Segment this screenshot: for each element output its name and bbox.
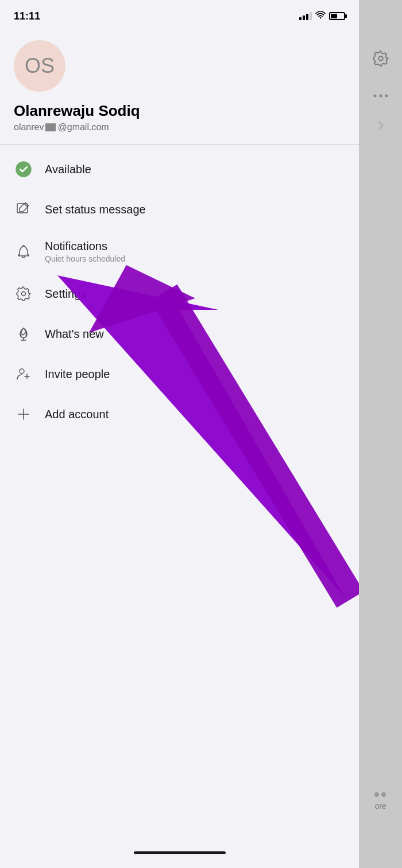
- svg-point-15: [373, 95, 376, 98]
- home-indicator: [134, 851, 226, 854]
- menu-item-settings[interactable]: Settings: [0, 274, 359, 314]
- status-time: 11:11: [14, 10, 40, 22]
- right-panel-dots[interactable]: [372, 88, 389, 102]
- profile-name: Olanrewaju Sodiq: [14, 102, 345, 120]
- menu-label-available: Available: [45, 163, 345, 176]
- menu-text-notifications: Notifications Quiet hours scheduled: [45, 240, 345, 263]
- menu-label-invite-people: Invite people: [45, 368, 345, 381]
- svg-point-1: [16, 162, 31, 177]
- menu-text-settings: Settings: [45, 287, 345, 301]
- right-panel: ore: [359, 0, 402, 868]
- whats-new-icon: [14, 324, 33, 344]
- add-account-icon: [14, 404, 33, 424]
- email-prefix: olanrev: [14, 122, 44, 133]
- status-icons: [299, 11, 345, 21]
- battery-icon: [329, 12, 345, 20]
- menu-text-invite-people: Invite people: [45, 368, 345, 381]
- right-panel-chevron-icon: [376, 119, 385, 136]
- menu-text-available: Available: [45, 163, 345, 176]
- email-redacted: [45, 123, 56, 131]
- menu-label-notifications: Notifications: [45, 240, 345, 253]
- set-status-icon: [14, 200, 33, 219]
- wifi-icon: [315, 11, 326, 21]
- profile-email: olanrev@gmail.com: [14, 122, 345, 133]
- avatar-initials: OS: [25, 54, 55, 78]
- profile-section: OS Olanrewaju Sodiq olanrev@gmail.com: [0, 29, 359, 144]
- status-bar: 11:11: [0, 0, 359, 29]
- menu-label-whats-new: What's new: [45, 328, 345, 341]
- bottom-dots: [374, 792, 386, 797]
- right-panel-gear-icon[interactable]: [368, 46, 393, 71]
- menu-text-add-account: Add account: [45, 408, 345, 421]
- svg-point-16: [379, 95, 382, 98]
- menu-list: Available Set status message: [0, 145, 359, 439]
- menu-item-notifications[interactable]: Notifications Quiet hours scheduled: [0, 229, 359, 274]
- more-label: ore: [374, 801, 386, 811]
- menu-item-available[interactable]: Available: [0, 149, 359, 189]
- available-icon: [14, 159, 33, 179]
- menu-label-add-account: Add account: [45, 408, 345, 421]
- menu-item-whats-new[interactable]: What's new: [0, 314, 359, 354]
- email-suffix: @gmail.com: [57, 122, 109, 133]
- svg-point-6: [20, 369, 24, 373]
- settings-icon: [14, 284, 33, 303]
- invite-people-icon: [14, 364, 33, 384]
- svg-point-3: [22, 292, 26, 296]
- svg-point-0: [320, 17, 322, 19]
- menu-item-add-account[interactable]: Add account: [0, 394, 359, 434]
- menu-sublabel-notifications: Quiet hours scheduled: [45, 254, 345, 263]
- notifications-icon: [14, 242, 33, 262]
- avatar: OS: [14, 40, 65, 92]
- svg-point-14: [378, 56, 383, 61]
- phone-screen: 11:11 OS Ol: [0, 0, 359, 868]
- svg-point-17: [385, 95, 388, 98]
- menu-item-set-status[interactable]: Set status message: [0, 189, 359, 229]
- menu-text-whats-new: What's new: [45, 328, 345, 341]
- menu-label-settings: Settings: [45, 287, 345, 301]
- menu-label-set-status: Set status message: [45, 203, 345, 216]
- right-panel-bottom: ore: [374, 792, 386, 811]
- menu-item-invite-people[interactable]: Invite people: [0, 354, 359, 394]
- signal-bars-icon: [299, 12, 312, 20]
- menu-text-set-status: Set status message: [45, 203, 345, 216]
